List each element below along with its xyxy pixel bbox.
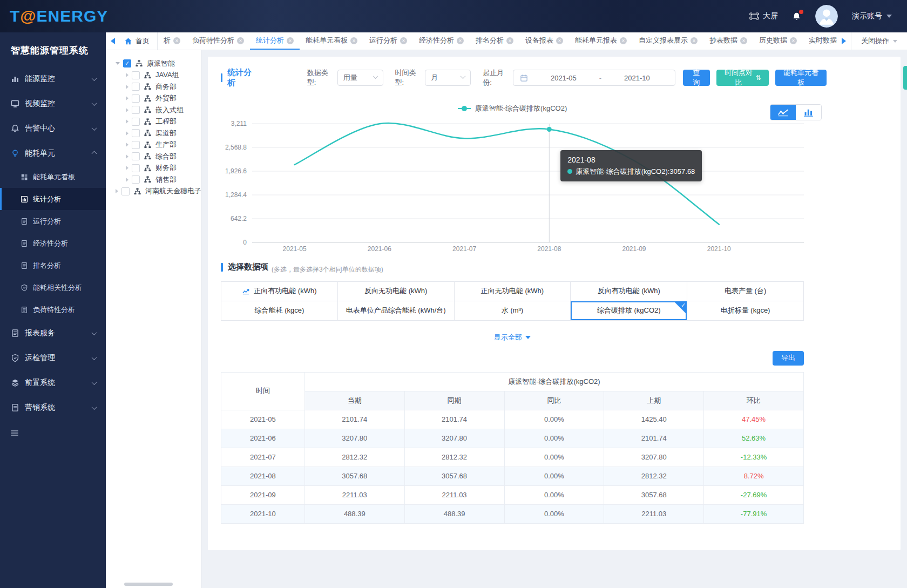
caret-right-icon[interactable] <box>126 85 128 89</box>
menu-item-前置系统[interactable]: 前置系统 <box>0 370 106 395</box>
data-type-select[interactable]: 用量 <box>337 70 383 86</box>
tab-实时数据[interactable]: 实时数据× <box>803 32 837 50</box>
menu-item-运检管理[interactable]: 运检管理 <box>0 346 106 370</box>
data-item-电表单位产品综合能耗 (kWh/台)[interactable]: 电表单位产品综合能耗 (kWh/台) <box>338 301 455 321</box>
show-all-link[interactable]: 显示全部 <box>494 333 531 342</box>
tabs-scroll-right-button[interactable] <box>837 38 851 44</box>
caret-right-icon[interactable] <box>126 178 128 182</box>
sidebar-item-运行分析[interactable]: 运行分析 <box>0 210 106 232</box>
data-item-电表产量 (台)[interactable]: 电表产量 (台) <box>687 282 804 301</box>
data-item-正向无功电能 (kWh)[interactable]: 正向无功电能 (kWh) <box>455 282 571 301</box>
tab-析[interactable]: 析× <box>158 32 186 50</box>
data-item-反向有功电能 (kWh)[interactable]: 反向有功电能 (kWh) <box>571 282 687 301</box>
tab-设备报表[interactable]: 设备报表× <box>519 32 569 50</box>
collapse-menu-icon[interactable] <box>10 429 19 437</box>
tab-负荷特性分析[interactable]: 负荷特性分析× <box>186 32 250 50</box>
menu-item-视频监控[interactable]: 视频监控 <box>0 91 106 116</box>
tree-checkbox[interactable] <box>132 152 140 160</box>
tree-node-商务部[interactable]: 商务部 <box>106 81 201 93</box>
tree-node-河南航天金穗电子有[interactable]: 河南航天金穗电子有 <box>106 186 201 198</box>
tree-checkbox[interactable] <box>132 94 140 103</box>
caret-right-icon[interactable] <box>126 166 128 170</box>
data-item-正向有功电能 (kWh)[interactable]: 正向有功电能 (kWh) <box>221 282 338 301</box>
close-tab-icon[interactable]: × <box>350 37 357 44</box>
tab-自定义报表展示[interactable]: 自定义报表展示× <box>633 32 703 50</box>
tree-checkbox[interactable] <box>132 106 140 114</box>
menu-item-报表服务[interactable]: 报表服务 <box>0 321 106 346</box>
sidebar-item-统计分析[interactable]: 统计分析 <box>0 188 106 210</box>
tree-checkbox[interactable] <box>121 187 130 195</box>
avatar[interactable] <box>815 5 838 28</box>
tree-node-外贸部[interactable]: 外贸部 <box>106 93 201 105</box>
close-tab-icon[interactable]: × <box>506 37 513 44</box>
tree-node-工程部[interactable]: 工程部 <box>106 116 201 128</box>
caret-right-icon[interactable] <box>126 108 128 112</box>
big-screen-button[interactable]: 大屏 <box>749 11 778 21</box>
tab-home[interactable]: 首页 <box>120 32 157 50</box>
caret-right-icon[interactable] <box>126 154 128 159</box>
close-operations-menu[interactable]: 关闭操作 <box>851 36 907 46</box>
caret-right-icon[interactable] <box>126 143 128 147</box>
tree-checkbox[interactable] <box>132 129 140 137</box>
close-tab-icon[interactable]: × <box>790 37 797 44</box>
tree-node-JAVA组[interactable]: JAVA组 <box>106 70 201 82</box>
caret-right-icon[interactable] <box>126 73 128 77</box>
date-range-input[interactable]: 2021-05 - 2021-10 <box>513 70 675 86</box>
bar-chart-toggle-button[interactable] <box>796 105 821 120</box>
tree-node-销售部[interactable]: 销售部 <box>106 174 201 186</box>
close-tab-icon[interactable]: × <box>740 37 747 44</box>
close-tab-icon[interactable]: × <box>287 37 294 44</box>
tree-checkbox[interactable] <box>132 164 140 172</box>
export-button[interactable]: 导出 <box>773 351 804 366</box>
tree-checkbox[interactable] <box>132 141 140 149</box>
tree-node-渠道部[interactable]: 渠道部 <box>106 127 201 139</box>
tab-统计分析[interactable]: 统计分析× <box>250 32 300 50</box>
tree-checkbox[interactable] <box>132 71 140 79</box>
close-tab-icon[interactable]: × <box>457 37 464 44</box>
query-button[interactable]: 查询 <box>683 70 710 86</box>
close-tab-icon[interactable]: × <box>237 37 244 44</box>
tree-node-康派智能[interactable]: ✓康派智能 <box>106 58 201 70</box>
data-item-综合碳排放 (kgCO2)[interactable]: 综合碳排放 (kgCO2)✓ <box>571 301 687 321</box>
close-tab-icon[interactable]: × <box>556 37 563 44</box>
tree-checkbox[interactable] <box>132 83 140 91</box>
tree-node-生产部[interactable]: 生产部 <box>106 139 201 151</box>
sidebar-item-能耗相关性分析[interactable]: 能耗相关性分析 <box>0 276 106 299</box>
tab-运行分析[interactable]: 运行分析× <box>363 32 413 50</box>
line-chart-plot[interactable]: 0642.21,284.41,926.62,568.83,2112021-052… <box>221 118 809 254</box>
menu-item-营销系统[interactable]: 营销系统 <box>0 395 106 420</box>
energy-unit-board-button[interactable]: 能耗单元看板 <box>775 70 827 86</box>
data-item-反向无功电能 (kWh)[interactable]: 反向无功电能 (kWh) <box>338 282 455 301</box>
tab-经济性分析[interactable]: 经济性分析× <box>413 32 470 50</box>
tree-node-综合部[interactable]: 综合部 <box>106 151 201 163</box>
tree-horizontal-scrollbar[interactable] <box>124 583 173 586</box>
time-point-compare-button[interactable]: 时间点对比⇅ <box>716 70 769 86</box>
tree-checkbox[interactable] <box>132 118 140 126</box>
caret-right-icon[interactable] <box>126 96 128 100</box>
caret-down-icon[interactable] <box>116 62 120 65</box>
menu-item-能耗单元[interactable]: 能耗单元 <box>0 141 106 166</box>
notification-bell-button[interactable] <box>792 11 801 22</box>
data-item-水 (m³)[interactable]: 水 (m³) <box>455 301 571 321</box>
chart-legend[interactable]: 康派智能-综合碳排放(kgCO2) <box>458 104 567 113</box>
tree-node-嵌入式组[interactable]: 嵌入式组 <box>106 104 201 116</box>
tab-能耗单元看板[interactable]: 能耗单元看板× <box>300 32 363 50</box>
sidebar-item-经济性分析[interactable]: 经济性分析 <box>0 232 106 254</box>
tree-checkbox[interactable] <box>132 175 140 184</box>
close-tab-icon[interactable]: × <box>173 37 180 44</box>
tabs-scroll-left-button[interactable] <box>106 38 120 44</box>
account-menu[interactable]: 演示账号 <box>852 11 892 21</box>
data-item-电折标量 (kgce)[interactable]: 电折标量 (kgce) <box>687 301 804 321</box>
tab-能耗单元报表[interactable]: 能耗单元报表× <box>569 32 633 50</box>
tree-node-财务部[interactable]: 财务部 <box>106 163 201 174</box>
sidebar-item-负荷特性分析[interactable]: 负荷特性分析 <box>0 299 106 321</box>
side-float-tab[interactable] <box>903 66 907 90</box>
line-chart-toggle-button[interactable] <box>770 105 796 120</box>
sidebar-item-能耗单元看板[interactable]: 能耗单元看板 <box>0 166 106 188</box>
sidebar-item-排名分析[interactable]: 排名分析 <box>0 254 106 276</box>
close-tab-icon[interactable]: × <box>691 37 698 44</box>
caret-right-icon[interactable] <box>116 189 118 193</box>
caret-right-icon[interactable] <box>126 119 128 124</box>
tab-抄表数据[interactable]: 抄表数据× <box>703 32 753 50</box>
time-type-select[interactable]: 月 <box>425 70 471 86</box>
